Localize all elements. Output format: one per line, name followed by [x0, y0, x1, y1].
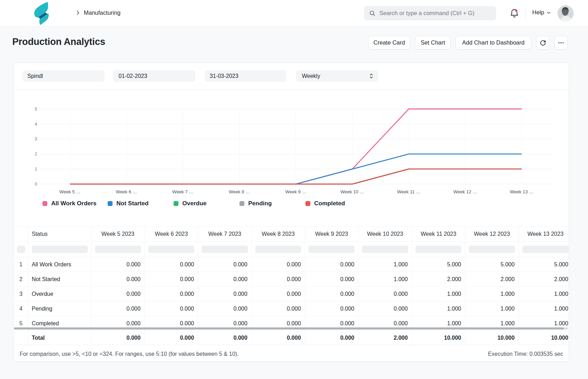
- svg-text:2: 2: [35, 152, 37, 157]
- svg-text:Week 6 …: Week 6 …: [116, 189, 137, 194]
- svg-text:Week 13 …: Week 13 …: [510, 189, 534, 194]
- svg-text:3: 3: [35, 137, 37, 141]
- svg-text:Week 10 …: Week 10 …: [340, 189, 364, 194]
- svg-text:Week 12 …: Week 12 …: [453, 189, 477, 194]
- svg-text:0: 0: [35, 182, 37, 187]
- svg-text:1: 1: [35, 167, 37, 172]
- svg-text:4: 4: [35, 122, 37, 127]
- svg-text:Week 8 …: Week 8 …: [229, 189, 250, 194]
- svg-text:5: 5: [35, 107, 37, 112]
- svg-text:Week 9 …: Week 9 …: [285, 189, 306, 194]
- svg-text:Week 5 …: Week 5 …: [59, 189, 80, 194]
- svg-text:Week 11 …: Week 11 …: [397, 189, 420, 194]
- svg-text:Week 7 …: Week 7 …: [172, 189, 193, 194]
